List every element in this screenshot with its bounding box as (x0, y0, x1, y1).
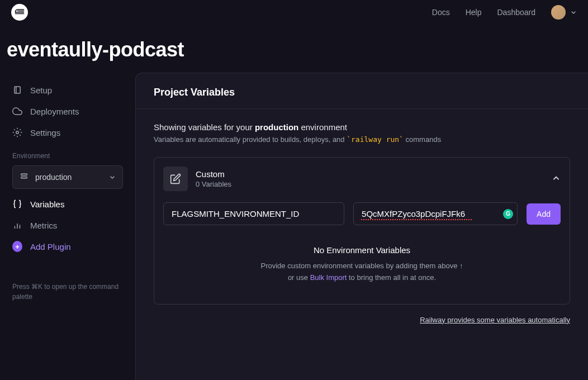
user-menu[interactable] (551, 5, 577, 20)
env-section-label: Environment (12, 152, 123, 160)
sidebar-item-metrics[interactable]: Metrics (12, 215, 123, 236)
chevron-down-icon (109, 174, 116, 180)
logo[interactable] (11, 4, 28, 21)
plus-circle-icon: + (12, 241, 22, 251)
braces-icon (12, 199, 22, 209)
chart-icon (12, 220, 22, 230)
card-title: Custom (196, 169, 544, 179)
nav-dashboard[interactable]: Dashboard (497, 8, 536, 17)
book-icon (12, 85, 22, 95)
sidebar-item-label: Metrics (30, 221, 57, 230)
content-title: Project Variables (154, 87, 570, 98)
avatar (551, 5, 566, 20)
chevron-up-icon[interactable] (552, 173, 561, 184)
nav-help[interactable]: Help (466, 8, 482, 17)
add-button[interactable]: Add (527, 203, 561, 225)
content-subtitle: Showing variables for your production en… (154, 122, 570, 132)
sidebar-item-label: Setup (30, 86, 52, 95)
sidebar-item-label: Settings (30, 128, 60, 137)
gear-icon (12, 127, 22, 137)
auto-variables-link[interactable]: Railway provides some variables automati… (154, 316, 570, 324)
sidebar-item-label: Add Plugin (30, 242, 71, 251)
page-title: eventaully-podcast (0, 25, 588, 73)
bulk-import-link[interactable]: Bulk Import (310, 273, 347, 282)
svg-rect-0 (15, 87, 21, 93)
sidebar-item-add-plugin[interactable]: + Add Plugin (12, 236, 123, 257)
layers-icon (20, 172, 29, 183)
svg-point-2 (16, 131, 19, 134)
grammarly-icon: G (503, 209, 513, 219)
svg-rect-3 (21, 174, 27, 175)
sidebar-item-settings[interactable]: Settings (12, 122, 123, 143)
svg-rect-4 (21, 177, 27, 178)
empty-state-description: Provide custom environment variables by … (163, 260, 561, 284)
sidebar-item-label: Variables (30, 200, 64, 209)
sidebar-item-setup[interactable]: Setup (12, 79, 123, 101)
cloud-icon (12, 106, 22, 116)
empty-state-title: No Environment Variables (163, 245, 561, 255)
sidebar-item-label: Deployments (30, 107, 79, 116)
env-value: production (35, 173, 102, 182)
variable-key-input[interactable] (163, 202, 344, 225)
content-description: Variables are automatically provided to … (154, 135, 570, 144)
command-palette-hint: Press ⌘K to open up the command palette (12, 282, 123, 302)
sidebar-item-variables[interactable]: Variables (12, 193, 123, 215)
sidebar-item-deployments[interactable]: Deployments (12, 101, 123, 122)
variable-value-input[interactable] (353, 202, 518, 225)
chevron-down-icon (570, 9, 577, 16)
card-subtitle: 0 Variables (196, 180, 544, 188)
edit-icon (163, 167, 188, 191)
environment-selector[interactable]: production (12, 165, 123, 189)
nav-docs[interactable]: Docs (432, 8, 450, 17)
variables-card: Custom 0 Variables G (154, 157, 570, 305)
